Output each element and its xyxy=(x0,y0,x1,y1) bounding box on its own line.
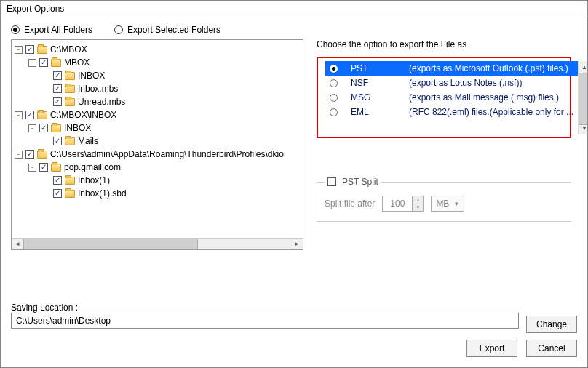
folder-icon xyxy=(65,177,75,185)
format-name: EML xyxy=(341,107,406,117)
format-v-scrollbar[interactable]: ▲ ▼ xyxy=(578,61,588,134)
tree-item[interactable]: -✓pop.gmail.com xyxy=(12,161,303,174)
tree-item[interactable]: ✓Inbox(1).sbd xyxy=(12,187,303,200)
pst-split-checkbox[interactable] xyxy=(327,177,336,186)
spinner-up-icon[interactable]: ▲ xyxy=(413,196,423,204)
tree-checkbox[interactable]: ✓ xyxy=(53,189,62,198)
export-all-radio[interactable]: Export All Folders xyxy=(11,25,92,35)
folder-icon xyxy=(51,59,61,67)
tree-checkbox[interactable]: ✓ xyxy=(53,84,62,93)
split-unit-value: MB xyxy=(436,199,449,209)
scroll-up-icon[interactable]: ▲ xyxy=(579,61,588,73)
split-after-label: Split file after xyxy=(325,199,375,209)
format-option-nsf[interactable]: NSF(export as Lotus Notes (.nsf)) xyxy=(325,76,578,90)
tree-item-label: Inbox.mbs xyxy=(78,82,118,95)
tree-checkbox[interactable]: ✓ xyxy=(53,97,62,106)
scroll-thumb[interactable] xyxy=(579,73,588,125)
tree-item[interactable]: ✓Inbox.mbs xyxy=(12,82,303,95)
folder-icon xyxy=(65,98,75,106)
radio-icon xyxy=(330,65,338,73)
tree-item-label: C:\MBOX\INBOX xyxy=(50,108,116,121)
tree-item-label: pop.gmail.com xyxy=(64,161,121,174)
export-selected-radio[interactable]: Export Selected Folders xyxy=(114,25,220,35)
tree-expander-icon[interactable]: - xyxy=(15,111,23,119)
tree-item-label: Unread.mbs xyxy=(78,95,125,108)
tree-checkbox[interactable]: ✓ xyxy=(25,45,34,54)
tree-item[interactable]: -✓C:\MBOX\INBOX xyxy=(12,108,303,121)
tree-item-label: INBOX xyxy=(64,121,91,135)
tree-checkbox[interactable]: ✓ xyxy=(53,176,62,185)
export-selected-label: Export Selected Folders xyxy=(127,25,220,35)
tree-h-scrollbar[interactable]: ◄ ► xyxy=(12,238,303,249)
folder-icon xyxy=(65,190,75,198)
split-size-value: 100 xyxy=(383,196,412,211)
tree-item-label: Inbox(1) xyxy=(78,174,110,187)
tree-checkbox[interactable]: ✓ xyxy=(25,111,34,119)
pst-split-title: PST Split xyxy=(342,177,378,187)
folder-icon xyxy=(65,85,75,93)
tree-checkbox[interactable]: ✓ xyxy=(53,71,62,80)
folder-icon xyxy=(37,111,47,119)
format-option-pst[interactable]: PST(exports as Microsoft Outlook (.pst) … xyxy=(325,61,578,76)
export-all-label: Export All Folders xyxy=(24,25,92,35)
tree-item[interactable]: -✓MBOX xyxy=(12,56,303,69)
chevron-down-icon: ▼ xyxy=(453,201,459,207)
tree-checkbox[interactable]: ✓ xyxy=(53,137,62,145)
format-list: PST(exports as Microsoft Outlook (.pst) … xyxy=(317,57,571,138)
format-option-msg[interactable]: MSG(exports as Mail message (.msg) files… xyxy=(325,90,578,105)
tree-checkbox[interactable]: ✓ xyxy=(25,150,34,159)
tree-item-label: Mails xyxy=(78,135,98,148)
tree-checkbox[interactable]: ✓ xyxy=(39,58,48,67)
tree-item-label: C:\Users\admin\AppData\Roaming\Thunderbi… xyxy=(50,148,284,161)
tree-expander-icon[interactable]: - xyxy=(28,164,36,172)
radio-icon xyxy=(330,94,338,102)
format-desc: (exports as Microsoft Outlook (.pst) fil… xyxy=(409,63,573,73)
export-button[interactable]: Export xyxy=(466,340,517,357)
tree-item[interactable]: -✓C:\MBOX xyxy=(12,43,303,56)
format-name: PST xyxy=(341,63,406,73)
format-name: MSG xyxy=(341,92,406,103)
tree-checkbox[interactable]: ✓ xyxy=(39,163,48,172)
folder-icon xyxy=(37,46,47,54)
radio-icon xyxy=(330,79,338,87)
scroll-right-icon[interactable]: ► xyxy=(291,239,303,250)
tree-item[interactable]: ✓Inbox(1) xyxy=(12,174,303,187)
folder-icon xyxy=(65,72,75,80)
scroll-left-icon[interactable]: ◄ xyxy=(12,239,23,250)
spinner-down-icon[interactable]: ▼ xyxy=(413,204,423,211)
tree-item[interactable]: ✓Unread.mbs xyxy=(12,95,303,108)
tree-expander-icon[interactable]: - xyxy=(15,151,23,159)
format-desc: (exports as Mail message (.msg) files.) xyxy=(409,92,573,103)
tree-item-label: C:\MBOX xyxy=(50,43,87,56)
scroll-thumb[interactable] xyxy=(23,239,198,250)
split-size-spinner[interactable]: 100 ▲ ▼ xyxy=(382,196,424,212)
tree-item[interactable]: ✓Mails xyxy=(12,135,303,148)
tree-item[interactable]: ✓INBOX xyxy=(12,69,303,82)
folder-icon xyxy=(51,124,61,132)
folder-icon xyxy=(37,151,47,159)
choose-format-label: Choose the option to export the File as xyxy=(317,39,571,49)
format-name: NSF xyxy=(341,78,406,88)
window-title: Export Options xyxy=(1,1,587,17)
folder-icon xyxy=(51,164,61,172)
tree-item-label: INBOX xyxy=(78,69,105,82)
cancel-button[interactable]: Cancel xyxy=(526,340,577,357)
tree-expander-icon[interactable]: - xyxy=(15,46,23,54)
scroll-down-icon[interactable]: ▼ xyxy=(579,122,588,134)
tree-item[interactable]: -✓C:\Users\admin\AppData\Roaming\Thunder… xyxy=(12,148,303,161)
split-unit-select[interactable]: MB ▼ xyxy=(431,196,464,212)
saving-location-input[interactable] xyxy=(11,313,519,329)
change-button[interactable]: Change xyxy=(526,316,577,333)
pst-split-group: PST Split Split file after 100 ▲ ▼ MB ▼ xyxy=(317,182,571,222)
tree-checkbox[interactable]: ✓ xyxy=(39,124,48,132)
tree-expander-icon[interactable]: - xyxy=(28,59,36,67)
radio-icon xyxy=(330,108,338,116)
format-option-eml[interactable]: EML(RFC 822(.eml) files.(Applicable only… xyxy=(325,105,578,119)
tree-expander-icon[interactable]: - xyxy=(28,124,36,132)
folder-tree[interactable]: -✓C:\MBOX-✓MBOX✓INBOX✓Inbox.mbs✓Unread.m… xyxy=(11,39,303,250)
radio-icon xyxy=(114,25,123,34)
tree-item[interactable]: -✓INBOX xyxy=(12,121,303,135)
folder-icon xyxy=(65,137,75,145)
format-desc: (export as Lotus Notes (.nsf)) xyxy=(409,78,573,88)
saving-location-label: Saving Location : xyxy=(11,303,577,313)
